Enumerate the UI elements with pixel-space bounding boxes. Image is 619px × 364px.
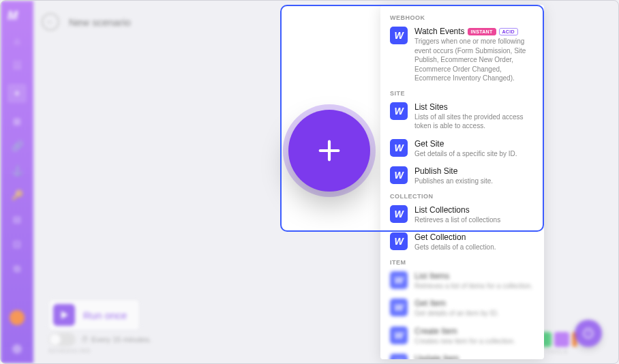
nav-templates-icon[interactable]: ⊞ — [11, 115, 23, 127]
module-item-title: Update Item — [414, 354, 534, 359]
svg-text:?: ? — [587, 331, 590, 337]
plus-icon — [316, 137, 343, 164]
module-item[interactable]: WUpdate ItemUpdates an existing item for… — [380, 350, 544, 359]
webflow-app-icon: W — [390, 102, 408, 120]
back-button[interactable]: ← — [42, 13, 59, 31]
module-item-title: Watch EventsINSTANTACID — [414, 27, 534, 36]
webflow-app-icon: W — [390, 271, 408, 289]
play-icon — [53, 304, 75, 326]
module-section-header: WEBHOOK — [380, 12, 544, 22]
module-item-desc: Triggers when one or more following even… — [414, 37, 534, 83]
webflow-app-icon: W — [390, 354, 408, 359]
module-item[interactable]: WCreate ItemCreates new item for a colle… — [380, 322, 544, 350]
sidebar: M ⌂ ☷ ✦ ⊞ 🔗 ⚓ 🔑 ⊟ ⊡ ⧉ — [1, 1, 33, 363]
module-item-desc: Creates new item for a collection. — [414, 337, 534, 346]
module-item-title: Get Collection — [414, 232, 534, 242]
nav-connections-icon[interactable]: 🔗 — [11, 140, 23, 152]
module-item[interactable]: WPublish SitePublishes an existing site. — [380, 162, 544, 190]
module-item-desc: Lists of all sites the provided access t… — [414, 112, 534, 131]
schedule-text: ⏱ Every 15 minutes. — [81, 335, 151, 344]
module-section-header: SITE — [380, 87, 544, 98]
svg-marker-0 — [62, 312, 67, 318]
webflow-app-icon: W — [390, 166, 408, 184]
module-item[interactable]: WGet CollectionGets details of a collect… — [380, 228, 544, 256]
module-item[interactable]: WWatch EventsINSTANTACIDTriggers when on… — [380, 22, 544, 87]
scenario-header: ← New scenario — [42, 13, 131, 31]
scheduling-label: SCHEDULING — [48, 348, 151, 354]
module-item-desc: Retireves a list of collections — [414, 215, 534, 225]
nav-data-icon[interactable]: ⊟ — [11, 213, 23, 226]
acid-badge: ACID — [499, 28, 518, 35]
nav-keys-icon[interactable]: 🔑 — [11, 189, 23, 201]
notifications-icon[interactable] — [12, 344, 22, 354]
module-item-title: List Collections — [414, 205, 534, 215]
module-item-desc: Get details of a specific site by ID. — [414, 149, 534, 159]
tools-label: TOOLS — [546, 348, 568, 354]
app-logo: M — [7, 9, 27, 22]
module-item-desc: Publishes an existing site. — [414, 177, 534, 186]
user-avatar[interactable] — [10, 310, 25, 325]
module-item[interactable]: WList ItemsRetrieves a list of items for… — [380, 267, 544, 295]
nav-help-icon[interactable]: ⧉ — [11, 262, 23, 275]
module-item[interactable]: WGet ItemGet details of an item by ID. — [380, 294, 544, 322]
module-item[interactable]: WList CollectionsRetireves a list of col… — [380, 201, 544, 229]
module-item-title: Get Site — [414, 139, 534, 149]
instant-badge: INSTANT — [468, 28, 496, 35]
module-item-desc: Gets details of a collection. — [414, 243, 534, 252]
module-item-title: Create Item — [414, 327, 534, 336]
nav-webhooks-icon[interactable]: ⚓ — [11, 164, 23, 177]
scenario-title[interactable]: New scenario — [69, 16, 131, 28]
nav-home-icon[interactable]: ⌂ — [11, 35, 23, 47]
webflow-app-icon: W — [390, 205, 408, 223]
help-fab[interactable]: ? — [575, 320, 602, 347]
add-module-node[interactable] — [288, 110, 370, 192]
module-section-header: COLLECTION — [380, 190, 544, 201]
tool-tools-icon[interactable] — [554, 332, 569, 347]
module-item-title: Publish Site — [414, 166, 534, 176]
module-section-header: ITEM — [380, 256, 544, 267]
webflow-app-icon: W — [390, 299, 408, 316]
webflow-app-icon: W — [390, 139, 408, 157]
module-item-title: List Sites — [414, 102, 534, 112]
nav-scenarios-icon[interactable]: ✦ — [7, 84, 27, 103]
nav-more-icon[interactable]: ⊡ — [11, 238, 23, 250]
run-once-button[interactable]: Run once — [48, 299, 140, 331]
webflow-app-icon: W — [390, 232, 408, 250]
module-item-desc: Retrieves a list of items for a collecti… — [414, 282, 534, 291]
nav-org-icon[interactable]: ☷ — [11, 59, 23, 72]
webflow-app-icon: W — [390, 27, 408, 44]
run-once-label: Run once — [83, 309, 127, 321]
module-item[interactable]: WList SitesLists of all sites the provid… — [380, 98, 544, 135]
webflow-app-icon: W — [390, 327, 408, 344]
schedule-toggle[interactable] — [48, 333, 76, 346]
module-picker-popup: WEBHOOKWWatch EventsINSTANTACIDTriggers … — [380, 5, 544, 359]
module-item[interactable]: WGet SiteGet details of a specific site … — [380, 135, 544, 163]
module-item-desc: Get details of an item by ID. — [414, 309, 534, 318]
module-item-title: Get Item — [414, 299, 534, 308]
module-item-title: List Items — [414, 271, 534, 281]
